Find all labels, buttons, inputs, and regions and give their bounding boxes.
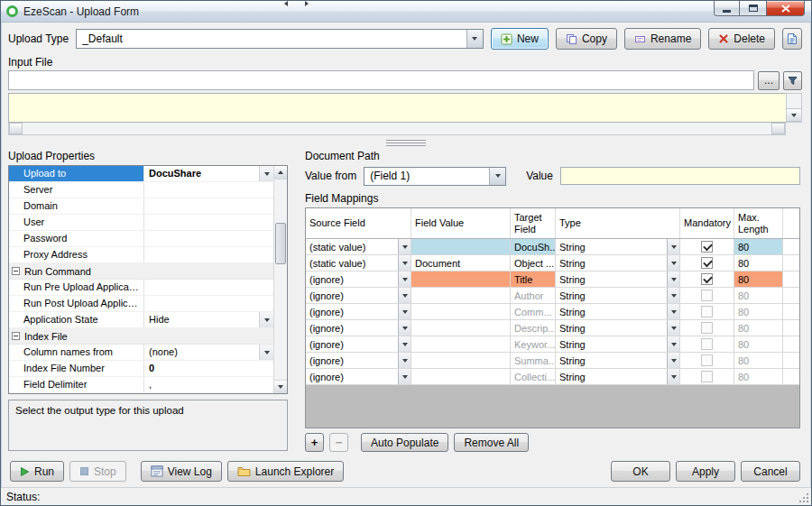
property-name[interactable]: Run Post Upload Applicati... (9, 296, 144, 311)
chevron-down-icon[interactable] (259, 312, 273, 327)
view-log-button[interactable]: View Log (141, 461, 222, 482)
property-value[interactable]: (none) (144, 345, 273, 360)
remove-all-button[interactable]: Remove All (454, 433, 529, 452)
chevron-down-icon[interactable] (398, 353, 411, 368)
cancel-button[interactable]: Cancel (741, 461, 800, 482)
type-select[interactable]: String (556, 353, 679, 368)
max-length-cell[interactable]: 80 (734, 353, 783, 368)
property-name[interactable]: Proxy Address (9, 247, 144, 262)
column-header-max-length[interactable]: Max. Length (734, 208, 783, 238)
chevron-down-icon[interactable] (667, 304, 679, 319)
chevron-down-icon[interactable] (398, 271, 411, 287)
chevron-down-icon[interactable] (667, 320, 679, 336)
chevron-down-icon[interactable] (667, 288, 679, 303)
mandatory-checkbox[interactable] (701, 338, 713, 350)
mandatory-checkbox[interactable] (701, 241, 713, 253)
source-field-select[interactable]: (ignore) (306, 271, 411, 287)
chevron-down-icon[interactable] (398, 336, 411, 352)
splitter-handle[interactable] (386, 140, 426, 146)
source-field-select[interactable]: (ignore) (306, 369, 411, 384)
property-value[interactable] (144, 215, 273, 230)
delete-button[interactable]: Delete (708, 28, 775, 50)
max-length-cell[interactable]: 80 (734, 336, 783, 352)
target-field-cell[interactable]: Comm... (511, 304, 556, 319)
mandatory-checkbox[interactable] (701, 290, 713, 301)
chevron-down-icon[interactable] (667, 353, 679, 368)
run-button[interactable]: Run (10, 461, 64, 482)
target-field-cell[interactable]: Collecti... (511, 369, 556, 384)
field-value-cell[interactable] (411, 336, 511, 352)
field-value-cell[interactable] (411, 239, 511, 254)
preview-horizontal-scrollbar[interactable] (8, 123, 786, 135)
column-header-source-field[interactable]: Source Field (306, 208, 411, 238)
property-category-run-command[interactable]: Run Command (9, 263, 273, 280)
scrollbar-track[interactable] (274, 179, 287, 380)
property-value[interactable] (144, 247, 273, 262)
max-length-cell[interactable]: 80 (734, 304, 783, 319)
target-field-cell[interactable]: Author (511, 288, 556, 303)
scrollbar-thumb[interactable] (275, 223, 286, 264)
remove-mapping-button[interactable]: − (329, 433, 348, 452)
property-name[interactable]: User (9, 215, 144, 230)
mandatory-checkbox[interactable] (701, 371, 713, 382)
property-name[interactable]: Field Delimiter (9, 377, 144, 392)
target-field-cell[interactable]: DocuSh... (511, 239, 556, 254)
property-value[interactable] (144, 231, 273, 246)
property-name[interactable]: Column names from (9, 345, 144, 360)
scroll-down-button[interactable] (274, 380, 287, 393)
column-header-target-field[interactable]: Target Field (511, 208, 556, 238)
scroll-up-button[interactable] (274, 166, 287, 179)
chevron-down-icon[interactable] (398, 369, 411, 384)
input-file-field[interactable] (8, 70, 754, 90)
source-field-select[interactable]: (ignore) (306, 288, 411, 303)
type-select[interactable]: String (556, 336, 679, 352)
resize-grip[interactable] (798, 492, 809, 503)
property-value[interactable] (144, 280, 273, 295)
new-button[interactable]: New (491, 28, 549, 50)
chevron-down-icon[interactable] (667, 239, 679, 254)
mandatory-checkbox[interactable] (701, 322, 713, 334)
property-value[interactable] (144, 198, 273, 214)
add-mapping-button[interactable]: + (305, 433, 324, 452)
field-value-cell[interactable] (411, 304, 511, 319)
property-value[interactable]: , (144, 377, 273, 392)
chevron-down-icon[interactable] (259, 345, 273, 360)
field-value-cell[interactable]: Document (411, 255, 511, 271)
apply-button[interactable]: Apply (676, 461, 735, 482)
value-field[interactable] (560, 167, 800, 185)
chevron-down-icon[interactable] (398, 239, 411, 254)
property-value[interactable]: Hide (144, 312, 273, 327)
upload-type-select[interactable]: _Default (76, 29, 484, 49)
mandatory-checkbox[interactable] (701, 306, 713, 317)
max-length-cell[interactable]: 80 (734, 271, 783, 287)
chevron-down-icon[interactable] (667, 271, 679, 287)
property-value[interactable] (144, 296, 273, 311)
property-name[interactable]: Domain (9, 198, 144, 214)
property-name[interactable]: Server (9, 182, 144, 198)
splitter[interactable] (1, 135, 811, 150)
chevron-down-icon[interactable] (398, 255, 411, 271)
auto-populate-button[interactable]: Auto Populate (361, 433, 448, 452)
type-select[interactable]: String (556, 320, 679, 336)
source-field-select[interactable]: (ignore) (306, 304, 411, 319)
scroll-down-button[interactable] (787, 108, 801, 122)
browse-button[interactable]: ... (758, 71, 780, 90)
source-field-select[interactable]: (ignore) (306, 320, 411, 336)
value-from-select[interactable]: (Field 1) (364, 167, 506, 186)
form-template-button[interactable] (782, 28, 802, 50)
field-value-cell[interactable] (411, 288, 511, 303)
source-field-select[interactable]: (static value) (306, 239, 411, 254)
copy-button[interactable]: Copy (556, 28, 617, 50)
type-select[interactable]: String (556, 288, 679, 303)
source-field-select[interactable]: (ignore) (306, 353, 411, 368)
preview-vertical-scrollbar[interactable] (786, 93, 802, 123)
stop-button[interactable]: Stop (69, 461, 126, 482)
type-select[interactable]: String (556, 369, 679, 384)
property-category-index-file[interactable]: Index File (9, 328, 273, 345)
ok-button[interactable]: OK (611, 461, 670, 482)
collapse-icon[interactable] (12, 267, 20, 275)
chevron-down-icon[interactable] (667, 336, 679, 352)
field-value-cell[interactable] (411, 369, 511, 384)
property-value[interactable]: 0 (144, 361, 273, 376)
properties-scrollbar[interactable] (273, 166, 287, 393)
